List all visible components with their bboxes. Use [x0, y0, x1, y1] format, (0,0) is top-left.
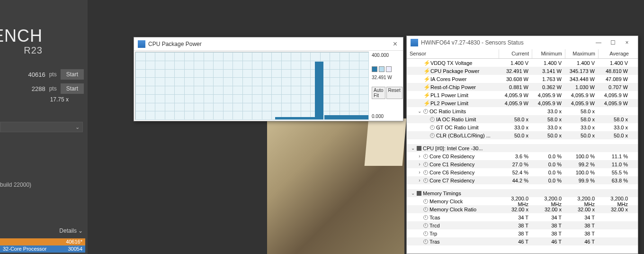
group-cpu[interactable]: ⌄CPU [#0]: Intel Core -30... — [407, 144, 638, 152]
val-min: 58.0 x — [532, 117, 565, 122]
close-icon[interactable]: × — [391, 40, 399, 48]
val-current: 3,200.0 MHz — [499, 196, 532, 207]
val-avg: 1.400 V — [599, 60, 632, 66]
sensor-row[interactable]: ›Core C7 Residency44.2 %0.0 %99.9 %63.8 … — [407, 176, 638, 184]
autofit-button[interactable]: Auto Fit — [372, 87, 385, 99]
hwinfo-header-row: Sensor Current Minimum Maximum Average — [407, 49, 638, 59]
bolt-icon: ⚡ — [423, 76, 429, 82]
sensor-row[interactable]: ⚡IA Cores Power30.608 W1.763 W343.448 W4… — [407, 75, 638, 83]
os-build-label: build 22000) — [0, 181, 31, 188]
bolt-icon: ⚡ — [423, 68, 429, 74]
clock-icon — [423, 223, 428, 228]
sensor-row[interactable]: CLR (CBo/LLC/Ring) ...50.0 x50.0 x50.0 x… — [407, 131, 638, 139]
sensor-row[interactable]: Memory Clock3,200.0 MHz3,200.0 MHz3,200.… — [407, 197, 638, 205]
sensor-name: PL1 Power Limit — [430, 92, 468, 98]
sensor-name: Memory Clock Ratio — [429, 207, 476, 212]
sensor-row[interactable]: Tcas34 T34 T34 T — [407, 213, 638, 221]
sensor-row[interactable]: GT OC Ratio Limit33.0 x33.0 x33.0 x33.0 … — [407, 123, 638, 131]
sensor-name: IA OC Ratio Limit — [436, 117, 476, 122]
sensor-row[interactable]: ⚡CPU Package Power32.491 W3.141 W345.173… — [407, 67, 638, 75]
val-current: 52.4 % — [499, 170, 532, 175]
clock-icon — [423, 199, 428, 204]
ranking-bar-2: 32-Core Processor30054 — [0, 245, 85, 253]
collapse-icon[interactable]: ⌄ — [411, 190, 415, 196]
val-current: 3.6 % — [499, 154, 532, 159]
details-toggle[interactable]: Details ⌄ — [59, 227, 83, 234]
bolt-icon: ⚡ — [423, 92, 429, 98]
sensor-row[interactable]: ⚡Rest-of-Chip Power0.881 W0.362 W1.030 W… — [407, 83, 638, 91]
col-minimum[interactable]: Minimum — [532, 49, 565, 58]
legend-swatch-1[interactable] — [372, 66, 377, 72]
val-min: 4,095.9 W — [532, 92, 565, 98]
sensor-row[interactable]: Tras46 T46 T46 T — [407, 237, 638, 245]
val-current: 27.0 % — [499, 162, 532, 167]
pkg-chart — [135, 52, 369, 120]
collapse-icon[interactable]: ⌄ — [411, 145, 415, 151]
col-average[interactable]: Average — [599, 49, 632, 58]
val-current: 32.00 x — [499, 207, 532, 212]
sensor-name: GT OC Ratio Limit — [436, 125, 479, 130]
sensor-name: Rest-of-Chip Power — [430, 84, 476, 90]
val-max: 345.173 W — [565, 68, 599, 74]
val-max: 38 T — [565, 223, 599, 228]
sensor-row[interactable]: Trcd38 T38 T38 T — [407, 221, 638, 229]
col-current[interactable]: Current — [499, 49, 532, 58]
collapse-icon[interactable]: ⌄ — [417, 109, 422, 114]
sensor-row[interactable]: ⚡PL2 Power Limit4,095.9 W4,095.9 W4,095.… — [407, 99, 638, 107]
hwinfo-titlebar[interactable]: HWiNFO64 v7.27-4830 - Sensors Status — ☐… — [407, 36, 638, 49]
col-sensor[interactable]: Sensor — [407, 49, 499, 58]
val-avg: 63.8 % — [599, 178, 632, 183]
val-max: 1.030 W — [565, 84, 599, 90]
sensor-row[interactable]: ⚡VDDQ TX Voltage1.400 V1.400 V1.400 V1.4… — [407, 59, 638, 67]
pkg-min-label: 0.000 — [372, 114, 401, 119]
cpu-package-power-window: CPU Package Power × 400.000 32.491 W Aut… — [134, 37, 403, 121]
sensor-row[interactable]: ›Core C1 Residency27.0 %0.0 %99.2 %11.0 … — [407, 160, 638, 168]
reset-button[interactable]: Reset — [386, 87, 402, 99]
close-icon[interactable]: × — [620, 39, 634, 46]
val-min: 33.0 x — [532, 125, 565, 130]
multi-unit: pts — [49, 71, 57, 78]
multi-score: 40616 — [28, 71, 45, 78]
sensor-row[interactable]: ›Core C6 Residency52.4 %0.0 %100.0 %55.5… — [407, 168, 638, 176]
sensor-row[interactable]: Trp38 T38 T38 T — [407, 229, 638, 237]
expand-icon[interactable]: › — [417, 162, 422, 167]
sensor-row[interactable]: IA OC Ratio Limit58.0 x58.0 x58.0 x58.0 … — [407, 115, 638, 123]
minimize-icon[interactable]: — — [591, 39, 606, 46]
dropdown-selector[interactable]: ⌄ — [0, 122, 83, 132]
sensor-row[interactable]: ⌄OC Ratio Limits33.0 x58.0 x — [407, 107, 638, 115]
expand-icon[interactable]: › — [417, 154, 422, 159]
sensor-row[interactable]: Memory Clock Ratio32.00 x32.00 x32.00 x3… — [407, 205, 638, 213]
val-current: 46 T — [499, 239, 532, 245]
expand-icon[interactable]: › — [417, 170, 422, 175]
pkg-current-label: 32.491 W — [372, 75, 401, 80]
clock-icon — [423, 170, 428, 175]
val-avg: 11.1 % — [599, 154, 632, 159]
sensor-row[interactable]: ›Core C0 Residency3.6 %0.0 %100.0 %11.1 … — [407, 152, 638, 160]
col-maximum[interactable]: Maximum — [565, 49, 599, 58]
val-min: 0.0 % — [532, 178, 565, 183]
val-max: 99.9 % — [565, 178, 599, 183]
maximize-icon[interactable]: ☐ — [606, 39, 620, 46]
val-current: 30.608 W — [499, 76, 532, 82]
val-max: 58.0 x — [565, 117, 599, 122]
sensor-name: Core C6 Residency — [429, 170, 474, 175]
sensor-row[interactable]: ⚡PL1 Power Limit4,095.9 W4,095.9 W4,095.… — [407, 91, 638, 99]
ranking-bar-1: 40616* — [0, 238, 85, 245]
start-single-button[interactable]: Start — [61, 83, 84, 94]
val-avg: 33.0 x — [599, 125, 632, 130]
start-multi-button[interactable]: Start — [61, 69, 84, 80]
expand-icon[interactable]: › — [417, 178, 422, 183]
app-icon — [138, 40, 145, 48]
val-avg: 4,095.9 W — [599, 92, 632, 98]
val-min: 0.0 % — [532, 170, 565, 175]
val-max: 32.00 x — [565, 207, 599, 212]
pkg-titlebar[interactable]: CPU Package Power × — [134, 37, 403, 51]
sensor-name: Trp — [429, 231, 437, 236]
legend-swatch-2[interactable] — [379, 66, 385, 72]
val-avg: 48.810 W — [599, 68, 632, 74]
details-label: Details — [59, 227, 77, 234]
val-min: 34 T — [532, 215, 565, 220]
val-max: 38 T — [565, 231, 599, 236]
legend-swatch-3[interactable] — [386, 66, 392, 72]
sensor-name: OC Ratio Limits — [429, 109, 466, 114]
